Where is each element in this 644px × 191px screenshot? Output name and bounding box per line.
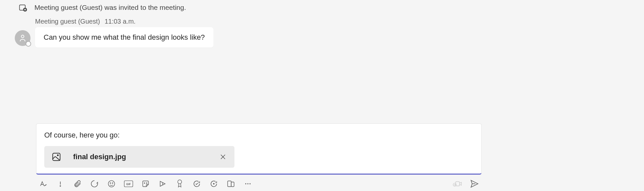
message-row: Meeting guest (Guest) 11:03 a.m. Can you…: [0, 16, 644, 48]
composer-toolbar: GIF: [36, 175, 482, 191]
remove-attachment-button[interactable]: [219, 153, 227, 161]
system-event-row: Meeting guest (Guest) was invited to the…: [0, 0, 644, 16]
image-file-icon: [51, 152, 61, 162]
format-button[interactable]: [39, 179, 48, 188]
svg-point-4: [21, 35, 24, 38]
avatar-container: [15, 30, 30, 46]
composer-input-text[interactable]: Of course, here you go:: [44, 131, 473, 139]
svg-point-12: [110, 183, 111, 183]
loop-button[interactable]: [90, 179, 99, 188]
message-content: Meeting guest (Guest) 11:03 a.m. Can you…: [35, 18, 644, 48]
svg-point-24: [247, 183, 248, 184]
svg-rect-21: [228, 181, 231, 186]
important-button[interactable]: [56, 179, 65, 188]
toolbar-right: [453, 179, 479, 188]
svg-point-13: [112, 183, 113, 183]
message-bubble[interactable]: Can you show me what the final design lo…: [35, 27, 213, 48]
composer-box[interactable]: Of course, here you go: final design.jpg: [36, 123, 482, 175]
message-sender: Meeting guest (Guest): [35, 18, 100, 25]
stream-button[interactable]: [158, 179, 167, 188]
attachment-chip[interactable]: final design.jpg: [44, 146, 234, 168]
more-actions-button[interactable]: [243, 179, 252, 188]
video-clip-button[interactable]: [453, 179, 462, 188]
svg-text:GIF: GIF: [126, 182, 131, 186]
updates-button[interactable]: [209, 179, 218, 188]
svg-point-19: [178, 180, 182, 184]
presence-indicator-icon: [26, 41, 31, 47]
svg-rect-22: [231, 182, 234, 187]
svg-point-6: [57, 155, 58, 156]
send-button[interactable]: [470, 179, 479, 188]
emoji-button[interactable]: [107, 179, 116, 188]
svg-point-25: [250, 183, 251, 184]
message-timestamp: 11:03 a.m.: [105, 18, 136, 25]
message-header: Meeting guest (Guest) 11:03 a.m.: [35, 18, 644, 25]
viva-button[interactable]: [226, 179, 235, 188]
attachment-name: final design.jpg: [73, 153, 207, 161]
svg-point-10: [60, 186, 61, 186]
system-event-text: Meeting guest (Guest) was invited to the…: [34, 4, 186, 11]
approvals-button[interactable]: [192, 179, 201, 188]
svg-point-17: [146, 183, 147, 183]
svg-point-23: [245, 183, 246, 184]
calendar-add-icon: [18, 3, 28, 12]
svg-point-20: [213, 183, 214, 184]
sticker-button[interactable]: [141, 179, 150, 188]
praise-button[interactable]: [175, 179, 184, 188]
message-composer: Of course, here you go: final design.jpg: [36, 123, 482, 191]
attach-button[interactable]: [73, 179, 82, 188]
gif-button[interactable]: GIF: [124, 179, 133, 188]
svg-point-16: [144, 183, 145, 183]
svg-point-11: [108, 180, 115, 187]
